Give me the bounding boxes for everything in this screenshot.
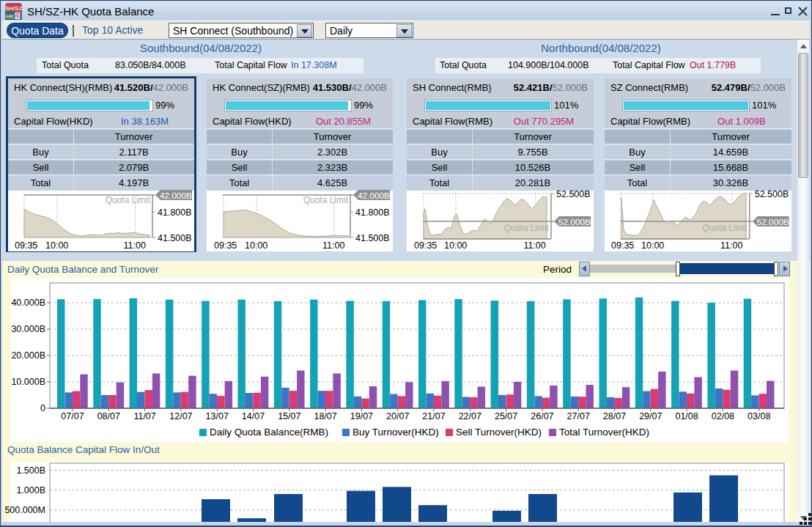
svg-text:10:00: 10:00 (641, 240, 664, 251)
svg-text:11:00: 11:00 (124, 240, 146, 251)
svg-text:41.800B: 41.800B (158, 207, 192, 218)
svg-text:29/07: 29/07 (639, 411, 662, 421)
svg-text:12/07: 12/07 (169, 411, 192, 421)
svg-text:18/07: 18/07 (314, 411, 336, 421)
svg-text:26/07: 26/07 (531, 411, 553, 421)
svg-text:21/07: 21/07 (422, 411, 445, 421)
svg-text:14/07: 14/07 (242, 411, 265, 421)
svg-text:52.500B: 52.500B (755, 189, 789, 199)
svg-text:41.500B: 41.500B (355, 233, 390, 243)
svg-text:20/07: 20/07 (386, 411, 409, 421)
svg-text:Daily Quota Balance(RMB): Daily Quota Balance(RMB) (210, 427, 328, 438)
svg-text:10:00: 10:00 (245, 240, 267, 251)
svg-text:09:35: 09:35 (214, 240, 237, 251)
svg-text:52.000B: 52.000B (558, 217, 591, 227)
svg-text:42.000B: 42.000B (358, 191, 390, 201)
svg-text:52.500B: 52.500B (556, 189, 591, 199)
svg-text:10.000B: 10.000B (11, 377, 45, 387)
svg-text:SH/SZ: SH/SZ (5, 5, 22, 12)
svg-text:Total Turnover(HKD): Total Turnover(HKD) (559, 427, 649, 438)
svg-text:41.500B: 41.500B (158, 233, 192, 243)
svg-text:500.000M: 500.000M (4, 505, 45, 515)
svg-text:09:35: 09:35 (414, 240, 437, 251)
svg-text:09:35: 09:35 (15, 240, 37, 251)
svg-text:40.000B: 40.000B (11, 298, 45, 308)
svg-text:01/08: 01/08 (675, 411, 698, 421)
svg-text:11:00: 11:00 (322, 240, 344, 251)
svg-text:27/07: 27/07 (567, 411, 590, 421)
svg-text:07/07: 07/07 (61, 411, 84, 421)
svg-text:11/07: 11/07 (133, 411, 155, 421)
svg-text:HK: HK (6, 13, 15, 20)
svg-text:08/07: 08/07 (97, 411, 120, 421)
svg-text:52.000B: 52.000B (757, 217, 789, 227)
svg-text:02/08: 02/08 (712, 411, 734, 421)
svg-text:1.000B: 1.000B (16, 485, 45, 495)
svg-text:15/07: 15/07 (278, 411, 300, 421)
svg-text:25/07: 25/07 (495, 411, 517, 421)
svg-text:10:00: 10:00 (45, 240, 68, 251)
svg-text:11:00: 11:00 (523, 240, 545, 251)
svg-text:41.800B: 41.800B (355, 207, 390, 218)
svg-text:30.000B: 30.000B (11, 324, 45, 334)
svg-text:0: 0 (40, 403, 45, 413)
svg-text:10:00: 10:00 (444, 240, 467, 251)
svg-text:Buy Turnover(HKD): Buy Turnover(HKD) (353, 427, 439, 438)
svg-text:1.500B: 1.500B (16, 465, 45, 476)
svg-text:Quota Limit: Quota Limit (702, 223, 748, 233)
svg-text:03/08: 03/08 (748, 411, 770, 421)
svg-text:19/07: 19/07 (350, 411, 373, 421)
svg-text:Quota Limit: Quota Limit (303, 195, 349, 205)
svg-text:Sell Turnover(HKD): Sell Turnover(HKD) (456, 427, 542, 438)
svg-text:22/07: 22/07 (459, 411, 481, 421)
svg-text:13/07: 13/07 (206, 411, 229, 421)
svg-text:11:00: 11:00 (720, 240, 742, 251)
svg-text:Quota Limit: Quota Limit (504, 223, 550, 233)
svg-text:42.000B: 42.000B (160, 191, 192, 201)
svg-text:28/07: 28/07 (603, 411, 626, 421)
svg-text:Quota Limit: Quota Limit (106, 195, 151, 205)
svg-text:20.000B: 20.000B (11, 350, 45, 361)
svg-text:09:35: 09:35 (611, 240, 634, 251)
